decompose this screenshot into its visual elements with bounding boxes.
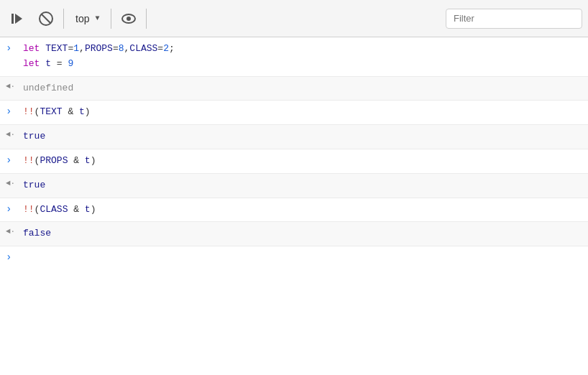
step-over-icon (10, 11, 24, 26)
console-row: ◄·false (0, 222, 588, 246)
console-row: ◄·true (0, 174, 588, 198)
svg-point-5 (127, 17, 131, 21)
expand-arrow[interactable]: › (6, 154, 12, 166)
console-row: ◄·undefined (0, 77, 588, 101)
input-indicator[interactable]: › (6, 105, 23, 117)
row-content: !!(PROPS & t) (23, 154, 582, 169)
input-indicator[interactable]: › (6, 203, 23, 215)
toolbar-divider-2 (111, 9, 111, 29)
toolbar: top ▼ (0, 0, 588, 37)
console-row: ›!!(PROPS & t) (0, 149, 588, 174)
row-content: undefined (23, 81, 582, 96)
row-content: !!(CLASS & t) (23, 203, 582, 218)
console-row: ›!!(TEXT & t) (0, 101, 588, 125)
row-content: false (23, 226, 582, 241)
input-indicator[interactable]: › (6, 154, 23, 166)
row-content: !!(TEXT & t) (23, 105, 582, 120)
return-indicator: ◄· (6, 227, 15, 236)
row-content: true (23, 178, 582, 193)
step-over-button[interactable] (6, 7, 29, 30)
output-indicator: ◄· (6, 178, 23, 188)
console-row: ›let TEXT=1,PROPS=8,CLASS=2; let t = 9 (0, 37, 588, 77)
return-indicator: ◄· (6, 82, 15, 91)
context-label: top (75, 13, 89, 24)
svg-line-3 (42, 14, 51, 23)
console-row: › (0, 246, 588, 269)
expand-arrow[interactable]: › (6, 203, 12, 215)
svg-rect-0 (12, 14, 14, 24)
expand-arrow[interactable]: › (6, 106, 12, 117)
row-content: let TEXT=1,PROPS=8,CLASS=2; let t = 9 (23, 42, 582, 72)
input-indicator[interactable]: › (6, 251, 23, 263)
expand-arrow[interactable]: › (6, 251, 12, 263)
input-indicator[interactable]: › (6, 42, 23, 54)
no-icon (38, 11, 54, 27)
output-indicator: ◄· (6, 226, 23, 236)
console-row: ›!!(CLASS & t) (0, 198, 588, 223)
toolbar-divider-1 (63, 9, 64, 29)
filter-input[interactable] (446, 9, 582, 29)
return-indicator: ◄· (6, 130, 15, 139)
console-row: ◄·true (0, 125, 588, 149)
toolbar-divider-3 (146, 9, 147, 29)
output-indicator: ◄· (6, 81, 23, 91)
deactivate-breakpoints-button[interactable] (35, 7, 58, 30)
return-indicator: ◄· (6, 179, 15, 188)
eye-icon (121, 11, 137, 27)
chevron-down-icon: ▼ (95, 14, 99, 22)
svg-marker-1 (15, 14, 22, 24)
output-indicator: ◄· (6, 129, 23, 139)
row-content: true (23, 129, 582, 144)
console-area: ›let TEXT=1,PROPS=8,CLASS=2; let t = 9◄·… (0, 37, 588, 375)
expand-arrow[interactable]: › (6, 42, 12, 54)
context-selector[interactable]: top ▼ (70, 10, 105, 27)
live-expression-button[interactable] (117, 7, 140, 30)
